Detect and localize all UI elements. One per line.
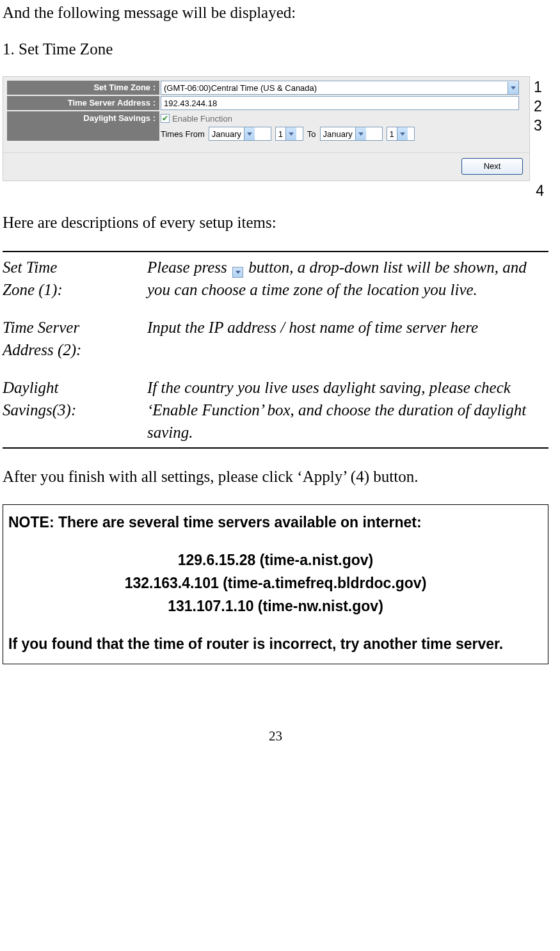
annotation-4: 4 <box>3 182 544 200</box>
time-server-input[interactable] <box>161 96 519 110</box>
svg-marker-1 <box>247 132 252 136</box>
description-table: Set TimeZone (1): Please press button, a… <box>3 251 548 449</box>
timezone-select-value: (GMT-06:00)Central Time (US & Canada) <box>164 83 317 93</box>
enable-function-label: Enable Function <box>172 114 232 124</box>
from-day-select[interactable]: 1 <box>275 127 303 141</box>
label-daylight-savings: Daylight Savings : <box>7 111 159 141</box>
chevron-down-icon <box>285 127 296 140</box>
chevron-down-icon <box>244 127 255 140</box>
svg-marker-5 <box>236 271 241 274</box>
times-from-label: Times From <box>161 129 205 139</box>
after-paragraph: After you finish with all settings, plea… <box>3 467 548 486</box>
label-time-server: Time Server Address : <box>7 96 159 110</box>
chevron-down-icon <box>355 127 366 140</box>
desc-intro: Here are descriptions of every setup ite… <box>3 212 548 232</box>
page-number: 23 <box>3 728 548 744</box>
section-heading: 1. Set Time Zone <box>3 40 548 58</box>
annotation-2: 2 <box>534 99 542 114</box>
desc-label-daylight: DaylightSavings(3): <box>3 376 147 444</box>
annotation-3: 3 <box>534 118 542 133</box>
annotation-1: 1 <box>534 80 542 95</box>
timezone-select[interactable]: (GMT-06:00)Central Time (US & Canada) <box>161 81 519 95</box>
svg-marker-2 <box>289 132 294 136</box>
enable-function-checkbox[interactable]: ✔ <box>161 114 170 123</box>
chevron-down-icon <box>508 82 518 94</box>
desc-label-timezone: Set TimeZone (1): <box>3 256 147 301</box>
to-month-select[interactable]: January <box>320 127 383 141</box>
settings-screenshot: Set Time Zone : (GMT-06:00)Central Time … <box>3 76 530 181</box>
desc-label-timeserver: Time ServerAddress (2): <box>3 316 147 361</box>
chevron-down-icon <box>232 267 243 278</box>
chevron-down-icon <box>397 127 408 140</box>
desc-text-timeserver: Input the IP address / host name of time… <box>147 316 548 361</box>
to-day-select[interactable]: 1 <box>387 127 415 141</box>
svg-marker-3 <box>358 132 364 136</box>
to-label: To <box>307 129 316 139</box>
note-title: NOTE: There are several time servers ava… <box>8 511 543 534</box>
desc-text-timezone: Please press button, a drop-down list wi… <box>147 256 548 301</box>
annotation-column: 1 2 3 <box>530 76 542 133</box>
note-server-1: 129.6.15.28 (time-a.nist.gov) <box>8 549 543 572</box>
desc-text-daylight: If the country you live uses daylight sa… <box>147 376 548 444</box>
next-button[interactable]: Next <box>461 158 523 175</box>
note-server-3: 131.107.1.10 (time-nw.nist.gov) <box>8 595 543 618</box>
note-box: NOTE: There are several time servers ava… <box>3 504 548 664</box>
svg-marker-4 <box>400 132 405 136</box>
label-set-time-zone: Set Time Zone : <box>7 81 159 95</box>
note-footer: If you found that the time of router is … <box>8 633 543 656</box>
note-server-2: 132.163.4.101 (time-a.timefreq.bldrdoc.g… <box>8 572 543 595</box>
svg-marker-0 <box>511 86 516 90</box>
intro-paragraph: And the following message will be displa… <box>3 3 548 22</box>
from-month-select[interactable]: January <box>209 127 271 141</box>
